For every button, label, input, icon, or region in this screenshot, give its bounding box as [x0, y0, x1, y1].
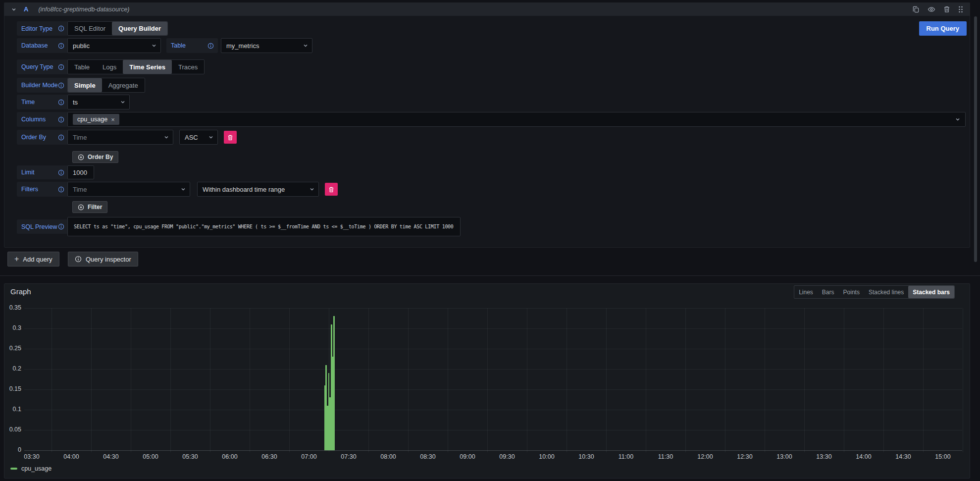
- columns-multiselect[interactable]: cpu_usage ×: [67, 112, 966, 127]
- mode-lines[interactable]: Lines: [794, 286, 818, 298]
- add-query-button[interactable]: + Add query: [7, 252, 59, 267]
- v-gridline: [170, 308, 171, 452]
- limit-input[interactable]: 1000: [67, 165, 94, 179]
- v-gridline: [844, 308, 844, 452]
- order-by-direction-select[interactable]: ASC: [179, 130, 218, 145]
- sql-preview-box[interactable]: SELECT ts as "time", cpu_usage FROM "pub…: [67, 217, 461, 236]
- option-query-builder[interactable]: Query Builder: [112, 22, 167, 35]
- database-label: Database: [17, 38, 68, 53]
- column-chip-cpu-usage[interactable]: cpu_usage ×: [73, 114, 119, 125]
- query-header-actions: [912, 5, 963, 13]
- info-icon[interactable]: [58, 186, 64, 193]
- y-axis-tick-label: 0: [4, 446, 21, 454]
- mode-bars[interactable]: Bars: [818, 286, 839, 298]
- option-table[interactable]: Table: [68, 60, 96, 74]
- add-order-by-button[interactable]: Order By: [72, 151, 118, 163]
- table-select[interactable]: my_metrics: [221, 38, 312, 53]
- v-gridline: [250, 308, 250, 452]
- time-label: Time: [17, 95, 68, 109]
- h-gridline: [24, 410, 962, 410]
- x-axis-tick-label: 13:30: [804, 453, 844, 460]
- info-icon[interactable]: [58, 134, 64, 141]
- limit-label: Limit: [17, 165, 68, 179]
- builder-mode-toggle: Simple Aggregate: [67, 78, 145, 93]
- mode-stacked-lines[interactable]: Stacked lines: [864, 286, 908, 298]
- x-axis-tick-label: 11:00: [606, 453, 646, 460]
- legend-item[interactable]: cpu_usage: [10, 465, 52, 472]
- query-inspector-button[interactable]: Query inspector: [68, 252, 138, 267]
- info-icon[interactable]: [207, 43, 214, 49]
- info-icon[interactable]: [58, 64, 64, 70]
- info-icon[interactable]: [58, 116, 64, 123]
- filter-remove-button[interactable]: [325, 183, 338, 196]
- display-mode-toggle: Lines Bars Points Stacked lines Stacked …: [794, 285, 955, 299]
- drag-handle[interactable]: [958, 5, 963, 13]
- order-by-remove-button[interactable]: [224, 131, 237, 144]
- database-select[interactable]: public: [67, 38, 161, 53]
- x-axis-tick-label: 12:00: [685, 453, 725, 460]
- toggle-visibility-button[interactable]: [928, 5, 935, 13]
- editor-type-label: Editor Type: [17, 21, 68, 36]
- option-traces[interactable]: Traces: [172, 60, 204, 74]
- info-icon[interactable]: [58, 82, 64, 89]
- trash-icon: [227, 134, 233, 141]
- add-filter-button[interactable]: Filter: [72, 201, 107, 213]
- x-axis-tick-label: 10:00: [527, 453, 567, 460]
- v-gridline: [448, 308, 448, 452]
- info-icon[interactable]: [58, 169, 64, 176]
- duplicate-query-button[interactable]: [912, 5, 920, 13]
- builder-mode-label: Builder Mode: [17, 78, 68, 93]
- legend-label: cpu_usage: [21, 465, 52, 472]
- delete-query-button[interactable]: [943, 5, 950, 13]
- remove-chip-icon[interactable]: ×: [111, 116, 115, 123]
- panel-splitter[interactable]: [0, 275, 980, 276]
- x-axis-tick-label: 07:30: [329, 453, 368, 460]
- order-by-label: Order By: [17, 130, 68, 145]
- v-gridline: [765, 308, 765, 452]
- x-axis-tick-label: 05:30: [170, 453, 210, 460]
- run-query-button[interactable]: Run Query: [919, 21, 967, 36]
- x-axis-tick-label: 11:30: [646, 453, 685, 460]
- x-axis-tick-label: 05:00: [131, 453, 170, 460]
- info-icon[interactable]: [58, 223, 64, 230]
- v-gridline: [606, 308, 607, 452]
- info-icon[interactable]: [58, 99, 64, 106]
- y-axis-tick-label: 0.2: [4, 365, 21, 373]
- collapse-chevron-icon[interactable]: [11, 6, 17, 12]
- x-axis-tick-label: 09:30: [487, 453, 527, 460]
- x-axis-tick-label: 15:00: [923, 453, 963, 460]
- h-gridline: [24, 308, 962, 309]
- option-simple[interactable]: Simple: [68, 78, 102, 92]
- x-axis-tick-label: 08:30: [408, 453, 448, 460]
- plot-area[interactable]: [24, 304, 962, 450]
- filters-field-select[interactable]: Time: [67, 182, 190, 197]
- x-axis-tick-label: 09:00: [448, 453, 487, 460]
- info-circle-icon: [75, 256, 82, 263]
- h-gridline: [24, 430, 962, 430]
- mode-stacked-bars[interactable]: Stacked bars: [908, 286, 954, 298]
- chevron-down-icon: [163, 134, 169, 140]
- eye-icon: [928, 5, 935, 13]
- y-axis-tick-label: 0.15: [4, 385, 21, 393]
- duplicate-icon: [912, 5, 920, 13]
- option-sql-editor[interactable]: SQL Editor: [68, 22, 112, 35]
- scrollbar[interactable]: [974, 16, 977, 262]
- info-icon[interactable]: [58, 25, 64, 32]
- mode-points[interactable]: Points: [839, 286, 864, 298]
- time-column-select[interactable]: ts: [67, 95, 130, 109]
- v-gridline: [91, 308, 92, 452]
- trash-icon: [943, 5, 950, 13]
- x-axis-tick-label: 08:00: [368, 453, 408, 460]
- v-gridline: [646, 308, 646, 452]
- columns-label: Columns: [17, 112, 68, 127]
- h-gridline: [24, 328, 962, 329]
- option-aggregate[interactable]: Aggregate: [102, 78, 145, 92]
- option-time-series[interactable]: Time Series: [123, 60, 172, 74]
- option-logs[interactable]: Logs: [96, 60, 123, 74]
- filters-condition-select[interactable]: Within dashboard time range: [197, 182, 319, 197]
- order-by-field-select[interactable]: Time: [67, 130, 173, 145]
- legend-swatch: [10, 468, 17, 470]
- y-axis-tick-label: 0.25: [4, 345, 21, 352]
- v-gridline: [210, 308, 210, 452]
- info-icon[interactable]: [58, 43, 64, 49]
